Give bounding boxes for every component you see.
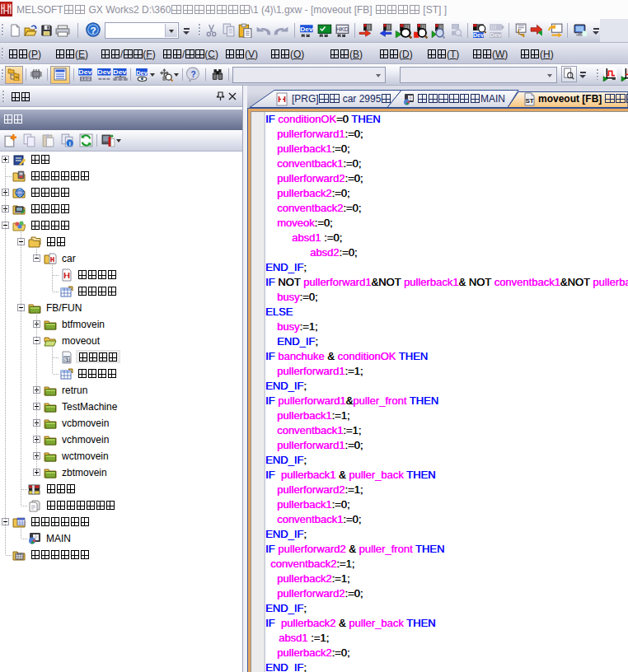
svg-text:Dev: Dev (490, 31, 502, 38)
svg-text:Dev: Dev (300, 26, 313, 33)
svg-text:?: ? (90, 25, 96, 36)
svg-text:ST: ST (525, 97, 533, 105)
svg-text:Dev: Dev (97, 69, 111, 76)
svg-text:Dev: Dev (136, 69, 148, 77)
svg-text:i: i (69, 140, 71, 147)
svg-text:ST: ST (63, 357, 70, 362)
svg-text:Dev: Dev (78, 69, 92, 76)
svg-text:Dev: Dev (473, 32, 484, 38)
svg-text:?: ? (190, 69, 195, 80)
svg-text:HKD: HKD (336, 26, 349, 33)
svg-text:Dev: Dev (113, 69, 127, 76)
